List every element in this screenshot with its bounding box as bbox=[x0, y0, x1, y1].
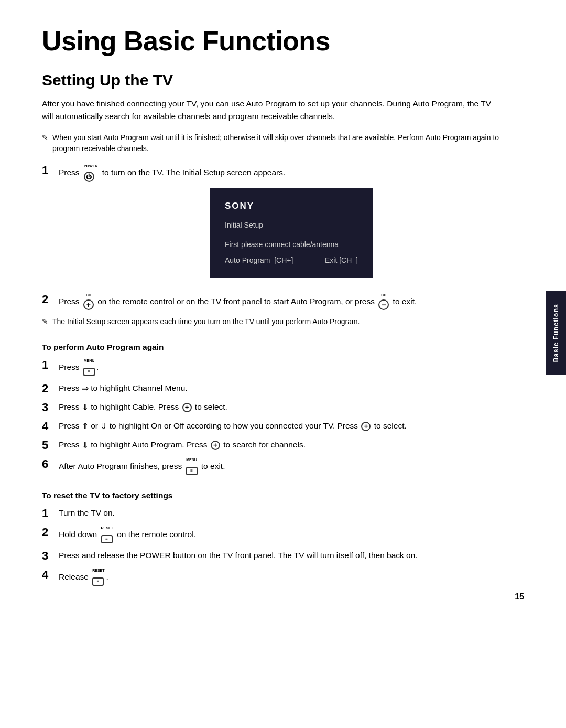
step-2-exit: to exit. bbox=[393, 297, 417, 306]
sub2-step-2: 2 Hold down RESET ≡ on the remote contro… bbox=[42, 526, 524, 544]
plus-select-icon-5: + bbox=[211, 441, 220, 450]
sub1-step-number-2: 2 bbox=[42, 382, 59, 395]
arrow-down-icon-5: ⇓ bbox=[82, 440, 89, 449]
main-step-1: 1 Press POWER ⏻ to turn on the TV. The I… bbox=[42, 164, 524, 287]
sub1-step-number-5: 5 bbox=[42, 438, 59, 452]
sub2-step-1-content: Turn the TV on. bbox=[59, 507, 524, 519]
tv-exit: Exit [CH–] bbox=[325, 255, 358, 266]
step-2-content: Press CH + on the remote control or on t… bbox=[59, 293, 524, 311]
sub1-step-3-content: Press ⇓ to highlight Cable. Press + to s… bbox=[59, 401, 524, 414]
subsection1-title: To perform Auto Program again bbox=[42, 342, 524, 352]
arrow-down-icon-3: ⇓ bbox=[82, 402, 89, 411]
ch-plus-icon: CH + bbox=[83, 293, 94, 311]
reset-btn-icon-2: RESET ≡ bbox=[101, 526, 113, 544]
sub2-step-3-content: Press and release the POWER button on th… bbox=[59, 549, 524, 562]
reset-btn-icon-4: RESET ≡ bbox=[92, 568, 104, 586]
divider-2 bbox=[42, 481, 503, 481]
note-text-2: The Initial Setup screen appears each ti… bbox=[52, 316, 360, 327]
step-2-press: Press bbox=[59, 297, 82, 306]
side-tab-label: Basic Functions bbox=[552, 304, 560, 362]
ch-minus-icon: CH − bbox=[378, 293, 389, 311]
sub2-step-3: 3 Press and release the POWER button on … bbox=[42, 549, 524, 563]
sub1-step-3: 3 Press ⇓ to highlight Cable. Press + to… bbox=[42, 401, 524, 414]
subsection2-title: To reset the TV to factory settings bbox=[42, 491, 524, 500]
step-1-suffix: to turn on the TV. The Initial Setup scr… bbox=[102, 168, 286, 177]
sub1-step-1-content: Press MENU ≡ . bbox=[59, 358, 524, 377]
step-number-2: 2 bbox=[42, 293, 59, 306]
plus-select-icon-4: + bbox=[361, 422, 371, 431]
sub1-step-4-content: Press ⇑ or ⇓ to highlight On or Off acco… bbox=[59, 420, 524, 433]
sub1-step-6-content: After Auto Program finishes, press MENU … bbox=[59, 457, 524, 476]
sub1-step-number-3: 3 bbox=[42, 401, 59, 414]
sub2-step-number-1: 1 bbox=[42, 507, 59, 520]
divider-1 bbox=[42, 333, 503, 333]
page-title: Using Basic Functions bbox=[42, 25, 524, 57]
tv-menu-row: Auto Program [CH+] Exit [CH–] bbox=[225, 255, 358, 266]
sub1-step-2-content: Press ⇒ to highlight Channel Menu. bbox=[59, 382, 524, 395]
sub1-step-5-content: Press ⇓ to highlight Auto Program. Press… bbox=[59, 438, 524, 452]
note-box-2: ✎ The Initial Setup screen appears each … bbox=[42, 316, 503, 327]
tv-line2: First please connect cable/antenna bbox=[225, 240, 358, 250]
sub1-step-number-4: 4 bbox=[42, 420, 59, 433]
sub2-step-4: 4 Release RESET ≡ . bbox=[42, 568, 524, 586]
sub2-step-2-content: Hold down RESET ≡ on the remote control. bbox=[59, 526, 524, 544]
sub2-step-number-3: 3 bbox=[42, 549, 59, 563]
sub2-step-number-4: 4 bbox=[42, 568, 59, 582]
side-tab: Basic Functions bbox=[546, 291, 566, 375]
sub1-step-number-6: 6 bbox=[42, 457, 59, 471]
page-container: Using Basic Functions Setting Up the TV … bbox=[0, 0, 566, 623]
plus-select-icon-3: + bbox=[182, 403, 192, 412]
tv-screen: SONY Initial Setup First please connect … bbox=[210, 188, 373, 278]
note-icon-2: ✎ bbox=[42, 317, 48, 326]
menu-btn-icon-6: MENU ≡ bbox=[186, 457, 198, 476]
step-1-press: Press bbox=[59, 168, 80, 177]
sub2-step-number-2: 2 bbox=[42, 526, 59, 539]
sub1-step-1: 1 Press MENU ≡ . bbox=[42, 358, 524, 377]
page-number: 15 bbox=[515, 592, 524, 602]
section-title: Setting Up the TV bbox=[42, 71, 524, 89]
step-number-1: 1 bbox=[42, 164, 59, 177]
arrow-down-icon-4: ⇓ bbox=[100, 421, 107, 430]
main-step-2: 2 Press CH + on the remote control or on… bbox=[42, 293, 524, 311]
sub2-step-4-content: Release RESET ≡ . bbox=[59, 568, 524, 586]
sub1-step-5: 5 Press ⇓ to highlight Auto Program. Pre… bbox=[42, 438, 524, 452]
arrow-up-icon-4: ⇑ bbox=[82, 421, 89, 430]
arrow-right-icon: ⇒ bbox=[82, 383, 89, 392]
tv-auto-program: Auto Program [CH+] bbox=[225, 255, 293, 266]
tv-brand: SONY bbox=[225, 199, 358, 213]
note-icon-1: ✎ bbox=[42, 133, 48, 142]
sub1-step-6: 6 After Auto Program finishes, press MEN… bbox=[42, 457, 524, 476]
sub1-step-number-1: 1 bbox=[42, 358, 59, 372]
step-1-content: Press POWER ⏻ to turn on the TV. The Ini… bbox=[59, 164, 524, 287]
sub2-step-1: 1 Turn the TV on. bbox=[42, 507, 524, 520]
menu-btn-icon: MENU ≡ bbox=[83, 358, 95, 377]
tv-line1: Initial Setup bbox=[225, 220, 358, 231]
step-2-suffix: on the remote control or on the TV front… bbox=[97, 297, 377, 306]
intro-paragraph: After you have finished connecting your … bbox=[42, 98, 503, 123]
power-button-icon: POWER ⏻ bbox=[82, 168, 102, 177]
note-box-1: ✎ When you start Auto Program wait until… bbox=[42, 132, 503, 154]
sub1-step-2: 2 Press ⇒ to highlight Channel Menu. bbox=[42, 382, 524, 395]
note-text-1: When you start Auto Program wait until i… bbox=[52, 132, 503, 154]
sub1-step-4: 4 Press ⇑ or ⇓ to highlight On or Off ac… bbox=[42, 420, 524, 433]
